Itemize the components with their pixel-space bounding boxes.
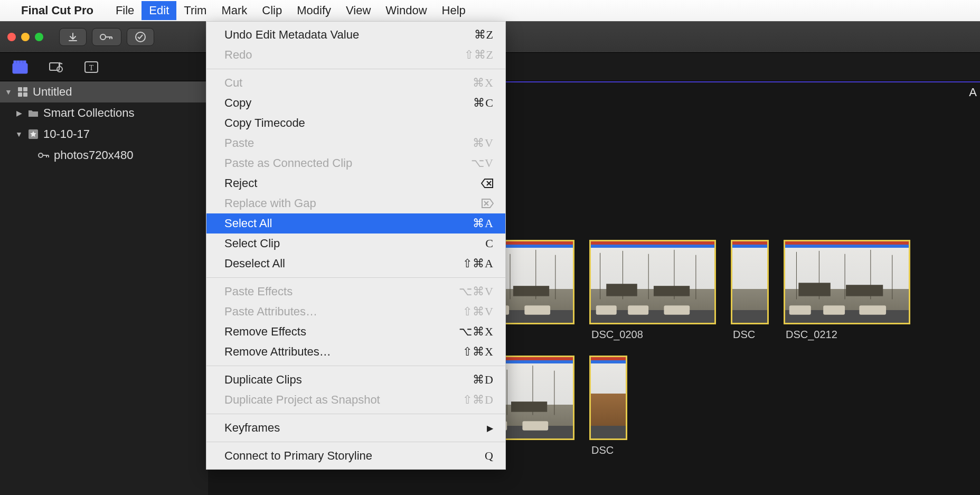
svg-rect-27	[606, 284, 637, 296]
event-row[interactable]: ▼ 10-10-17	[0, 124, 208, 145]
keyword-collection-name: photos720x480	[54, 148, 133, 162]
menu-item-label: Remove Attributes…	[224, 345, 331, 359]
menu-item-label: Paste Effects	[224, 285, 293, 298]
download-arrow-icon	[68, 32, 78, 42]
menu-item-label: Deselect All	[224, 257, 285, 270]
svg-rect-4	[17, 61, 20, 63]
menu-view[interactable]: View	[338, 1, 378, 20]
keyword-collection-row[interactable]: photos720x480	[0, 145, 208, 166]
menu-item-paste-effects: Paste Effects⌥⌘V	[206, 282, 505, 302]
menu-item-remove-effects[interactable]: Remove Effects⌥⌘X	[206, 322, 505, 342]
menu-separator	[206, 442, 505, 442]
titles-generators-sidebar-button[interactable]: T	[83, 59, 100, 76]
disclosure-triangle-icon[interactable]: ▼	[15, 130, 23, 138]
svg-rect-3	[14, 61, 16, 63]
menu-shortcut: ⌘Z	[474, 28, 494, 42]
menu-item-copy[interactable]: Copy⌘C	[206, 93, 505, 113]
disclosure-triangle-icon[interactable]: ▶	[15, 109, 23, 117]
window-close-button[interactable]	[7, 33, 16, 41]
menu-shortcut: ⇧⌘Z	[464, 48, 494, 62]
menu-shortcut: ⌘C	[473, 96, 494, 110]
clip-caption: DSC	[731, 329, 769, 341]
background-tasks-button[interactable]	[127, 28, 154, 46]
svg-rect-46	[522, 421, 548, 431]
menu-item-connect-to-primary-storyline[interactable]: Connect to Primary StorylineQ	[206, 446, 505, 466]
menu-shortcut: ⌥V	[471, 156, 494, 170]
menu-edit[interactable]: Edit	[142, 1, 176, 20]
menu-clip[interactable]: Clip	[255, 1, 289, 20]
menu-mark[interactable]: Mark	[214, 1, 255, 20]
smart-collections-row[interactable]: ▶ Smart Collections	[0, 102, 208, 124]
svg-rect-12	[23, 87, 27, 91]
menu-trim[interactable]: Trim	[176, 1, 214, 20]
menu-shortcut: ⇧⌘V	[463, 305, 494, 319]
menu-shortcut: ⌥⌘X	[459, 325, 494, 339]
menu-item-label: Paste	[224, 136, 254, 150]
menu-item-duplicate-clips[interactable]: Duplicate Clips⌘D	[206, 370, 505, 390]
menu-item-undo-edit-metadata-value[interactable]: Undo Edit Metadata Value⌘Z	[206, 25, 505, 45]
event-star-icon	[27, 128, 39, 140]
menu-separator	[206, 414, 505, 414]
submenu-arrow-icon: ▶	[487, 423, 494, 433]
menu-window[interactable]: Window	[378, 1, 434, 20]
menu-item-label: Remove Effects	[224, 325, 306, 339]
menu-item-paste-as-connected-clip: Paste as Connected Clip⌥V	[206, 153, 505, 173]
menu-item-label: Replace with Gap	[224, 197, 316, 210]
menu-item-label: Duplicate Clips	[224, 373, 302, 387]
menu-shortcut: ⇧⌘X	[463, 345, 494, 359]
menu-item-label: Keyframes	[224, 421, 280, 435]
menu-item-remove-attributes[interactable]: Remove Attributes…⇧⌘X	[206, 342, 505, 362]
menu-file[interactable]: File	[108, 1, 142, 20]
menu-shortcut: ⇧⌘A	[463, 257, 494, 270]
libraries-sidebar-button[interactable]	[12, 59, 29, 76]
keyword-editor-button[interactable]	[92, 28, 121, 46]
menu-item-label: Select All	[224, 217, 272, 230]
clip-thumbnail[interactable]: DSC_0208	[589, 240, 716, 341]
menu-help[interactable]: Help	[435, 1, 473, 20]
menu-item-label: Connect to Primary Storyline	[224, 449, 372, 463]
menu-shortcut: ⇧⌘D	[463, 393, 494, 407]
svg-text:T: T	[89, 64, 94, 72]
macos-menubar: Final Cut Pro File Edit Trim Mark Clip M…	[0, 0, 980, 21]
menu-item-reject[interactable]: Reject	[206, 173, 505, 193]
smart-collections-label: Smart Collections	[43, 106, 134, 120]
backspace-key-icon	[481, 179, 494, 188]
menu-item-duplicate-project-as-snapshot: Duplicate Project as Snapshot⇧⌘D	[206, 390, 505, 410]
clip-caption: DSC_0212	[784, 329, 910, 341]
traffic-lights	[7, 33, 43, 41]
menu-separator	[206, 277, 505, 278]
menu-item-deselect-all[interactable]: Deselect All⇧⌘A	[206, 254, 505, 274]
menu-item-label: Paste as Connected Clip	[224, 156, 352, 170]
menu-item-label: Copy	[224, 96, 251, 110]
viewer-title-partial: A	[969, 86, 977, 99]
window-zoom-button[interactable]	[35, 33, 43, 41]
disclosure-triangle-icon[interactable]: ▼	[4, 88, 13, 96]
menu-item-keyframes[interactable]: Keyframes▶	[206, 418, 505, 438]
window-minimize-button[interactable]	[21, 33, 30, 41]
menu-modify[interactable]: Modify	[289, 1, 338, 20]
svg-rect-36	[859, 305, 886, 315]
svg-rect-7	[50, 63, 59, 70]
photos-audio-sidebar-button[interactable]	[48, 59, 64, 76]
menu-shortcut: C	[485, 237, 494, 250]
clip-thumbnail-partial[interactable]: DSC	[589, 356, 627, 456]
clip-thumbnail[interactable]: DSC_0212	[784, 240, 910, 341]
svg-rect-29	[596, 305, 617, 315]
menu-item-select-clip[interactable]: Select ClipC	[206, 234, 505, 254]
library-row[interactable]: ▼ Untitled	[0, 81, 208, 102]
menu-item-label: Cut	[224, 76, 242, 90]
menu-item-label: Reject	[224, 176, 257, 190]
menu-item-select-all[interactable]: Select All⌘A	[206, 213, 505, 234]
svg-rect-31	[664, 305, 690, 315]
svg-rect-14	[23, 92, 27, 97]
app-name[interactable]: Final Cut Pro	[21, 4, 93, 17]
svg-rect-11	[18, 87, 22, 91]
folder-icon	[27, 107, 39, 119]
svg-rect-43	[511, 401, 547, 412]
svg-rect-33	[846, 285, 883, 296]
menu-item-copy-timecode[interactable]: Copy Timecode	[206, 113, 505, 133]
import-button[interactable]	[59, 28, 87, 46]
clip-thumbnail-partial[interactable]: DSC	[731, 240, 769, 341]
menu-shortcut: ⌥⌘V	[459, 285, 494, 298]
forwarddel-key-icon	[481, 199, 494, 208]
